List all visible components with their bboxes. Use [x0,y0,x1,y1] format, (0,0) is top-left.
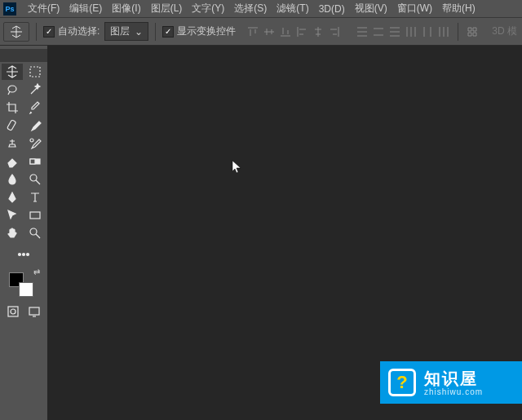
distribute-group [355,24,451,39]
menu-view[interactable]: 视图(V) [350,0,392,17]
gradient-tool[interactable] [24,153,46,170]
tools-panel: ⇄ [0,46,47,420]
dist-left-icon[interactable] [404,24,418,39]
auto-align-icon[interactable] [465,24,480,39]
edit-toolbar-button[interactable] [13,246,34,263]
svg-rect-5 [30,159,35,164]
mode-icons [5,303,42,320]
align-group-1 [246,24,342,39]
current-tool-indicator[interactable] [3,22,29,42]
3d-mode-label: 3D 模 [492,24,517,38]
tools-tab-header[interactable] [0,49,47,62]
eraser-tool[interactable] [2,153,23,170]
healing-brush-tool[interactable] [2,117,23,134]
menu-file[interactable]: 文件(F) [23,0,64,17]
svg-rect-12 [8,307,18,316]
align-hcenter-icon[interactable] [311,24,325,39]
align-top-icon[interactable] [246,24,260,39]
checkbox-icon: ✓ [43,26,55,38]
layer-dropdown[interactable]: 图层 ⌄ [104,22,148,41]
dist-bottom-icon[interactable] [387,24,402,39]
move-tool[interactable] [2,64,23,80]
zoom-tool[interactable] [24,225,46,241]
hand-tool[interactable] [2,225,23,241]
logo-domain: zhishiwu.com [424,387,483,396]
brush-tool[interactable] [24,117,46,134]
svg-rect-0 [30,67,40,77]
show-transform-checkbox[interactable]: ✓ 显示变换控件 [162,24,236,38]
svg-point-8 [30,228,37,235]
menu-bar: Ps 文件(F) 编辑(E) 图像(I) 图层(L) 文字(Y) 选择(S) 滤… [0,0,522,18]
options-bar: ✓ 自动选择: 图层 ⌄ ✓ 显示变换控件 3D 模 [0,18,522,46]
dist-top-icon[interactable] [355,24,369,39]
menu-help[interactable]: 帮助(H) [437,0,480,17]
align-right-icon[interactable] [327,24,342,39]
menu-image[interactable]: 图像(I) [107,0,145,17]
quickmask-icon[interactable] [5,303,21,320]
chevron-down-icon: ⌄ [135,26,143,38]
marquee-tool[interactable] [24,64,46,80]
align-vcenter-icon[interactable] [262,24,276,39]
align-left-icon[interactable] [294,24,309,39]
logo-title: 知识屋 [424,369,483,387]
divider [36,23,37,41]
svg-rect-2 [7,120,16,130]
magic-wand-tool[interactable] [24,82,46,98]
menu-edit[interactable]: 编辑(E) [64,0,107,17]
watermark-logo: 知识屋 zhishiwu.com [380,361,522,404]
svg-point-11 [27,254,29,256]
menu-layer[interactable]: 图层(L) [146,0,188,17]
menu-select[interactable]: 选择(S) [229,0,272,17]
svg-point-3 [30,139,33,142]
align-bottom-icon[interactable] [278,24,293,39]
svg-point-13 [11,309,15,314]
history-brush-tool[interactable] [24,135,46,152]
menu-type[interactable]: 文字(Y) [187,0,229,17]
ps-logo-icon: Ps [3,2,16,15]
path-selection-tool[interactable] [2,207,23,223]
divider [458,23,458,41]
auto-select-label: 自动选择: [58,24,100,38]
logo-question-icon [388,369,416,396]
logo-text: 知识屋 zhishiwu.com [424,369,483,396]
dodge-tool[interactable] [24,171,46,188]
pen-tool[interactable] [2,189,23,206]
layer-dropdown-label: 图层 [110,24,130,38]
eyedropper-tool[interactable] [24,99,46,116]
svg-rect-7 [30,212,40,219]
dist-hcenter-icon[interactable] [420,24,435,39]
rectangle-tool[interactable] [24,207,46,223]
color-swatches: ⇄ [6,267,42,297]
svg-point-10 [23,254,25,256]
dist-right-icon[interactable] [436,24,451,39]
svg-point-9 [19,254,21,256]
menu-filter[interactable]: 滤镜(T) [272,0,313,17]
divider [155,23,156,41]
mouse-cursor-icon [232,160,243,175]
menu-3d[interactable]: 3D(D) [314,2,350,16]
show-transform-label: 显示变换控件 [177,24,236,38]
clone-stamp-tool[interactable] [2,135,23,152]
crop-tool[interactable] [2,99,23,116]
type-tool[interactable] [24,189,46,206]
checkbox-icon: ✓ [162,26,174,38]
blur-tool[interactable] [2,171,23,188]
swap-colors-icon[interactable]: ⇄ [33,267,40,276]
lasso-tool[interactable] [2,82,23,98]
background-color[interactable] [19,282,33,297]
svg-point-6 [30,175,37,181]
tool-grid [0,62,47,243]
auto-select-checkbox[interactable]: ✓ 自动选择: [43,24,100,38]
svg-rect-14 [29,307,39,315]
screenmode-icon[interactable] [26,303,42,320]
menu-window[interactable]: 窗口(W) [392,0,437,17]
dist-vcenter-icon[interactable] [371,24,386,39]
